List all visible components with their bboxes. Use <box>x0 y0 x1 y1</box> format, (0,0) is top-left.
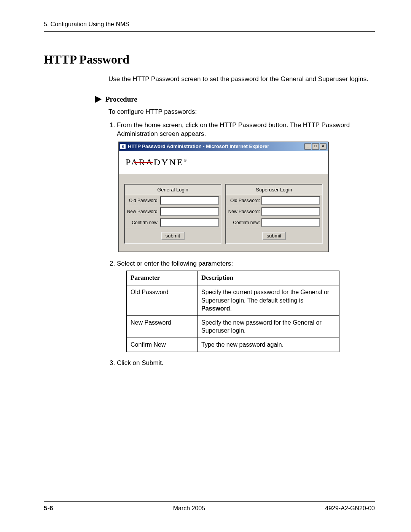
cell-param: Confirm New <box>127 338 198 352</box>
general-confirm-input[interactable] <box>160 218 219 227</box>
minimize-button[interactable]: _ <box>304 143 311 150</box>
footer-date: March 2005 <box>173 505 206 512</box>
general-submit-button[interactable]: submit <box>161 232 185 240</box>
table-row: Old Password Specify the current passwor… <box>127 285 339 316</box>
desc-bold: Password <box>201 305 230 312</box>
chapter-label: 5. Configuration Using the NMS <box>44 21 129 28</box>
parameter-table: Parameter Description Old Password Speci… <box>126 271 339 352</box>
superuser-confirm-input[interactable] <box>261 218 320 227</box>
step-2: Select or enter the following parameters… <box>117 260 373 352</box>
intro-text: Use the HTTP Password screen to set the … <box>108 75 373 84</box>
old-password-label: Old Password: <box>127 198 160 204</box>
cell-desc: Type the new password again. <box>198 338 339 352</box>
footer-page-number: 5-6 <box>44 505 53 512</box>
superuser-login-box: Superuser Login Old Password: New Passwo… <box>225 184 323 244</box>
cell-desc: Specify the new password for the General… <box>198 315 339 338</box>
page-footer: 5-6 March 2005 4929-A2-GN20-00 <box>44 501 375 512</box>
table-row: New Password Specify the new password fo… <box>127 315 339 338</box>
ie-app-icon: e <box>120 144 126 149</box>
confirm-new-label: Confirm new: <box>127 220 160 226</box>
procedure-arrow-icon <box>95 96 102 103</box>
th-description: Description <box>198 271 339 285</box>
superuser-login-header: Superuser Login <box>226 185 322 196</box>
ie-window: e HTTP Password Administration - Microso… <box>118 142 328 252</box>
su-confirm-new-label: Confirm new: <box>228 220 261 226</box>
th-parameter: Parameter <box>127 271 198 285</box>
procedure-heading: Procedure <box>105 95 137 104</box>
footer-doc-id: 4929-A2-GN20-00 <box>325 505 375 512</box>
maximize-button[interactable]: □ <box>312 143 319 150</box>
su-old-password-label: Old Password: <box>228 198 261 204</box>
general-login-header: General Login <box>125 185 221 196</box>
running-header: 5. Configuration Using the NMS <box>44 21 375 32</box>
logo-strike-icon <box>134 162 153 163</box>
cell-param: New Password <box>127 315 198 338</box>
paradyne-logo: PARADYNE® <box>126 156 188 168</box>
step-3-text: Click on Submit. <box>117 359 164 366</box>
general-new-password-input[interactable] <box>160 207 219 216</box>
step-3: Click on Submit. <box>117 359 373 368</box>
cell-param: Old Password <box>127 285 198 316</box>
desc-text: Specify the current password for the Gen… <box>201 289 329 304</box>
new-password-label: New Password: <box>127 209 160 215</box>
general-old-password-input[interactable] <box>160 196 219 205</box>
ie-titlebar: e HTTP Password Administration - Microso… <box>119 142 328 151</box>
registered-mark: ® <box>183 158 188 162</box>
step-1-text: From the home screen, click on the HTTP … <box>117 121 350 137</box>
table-row: Confirm New Type the new password again. <box>127 338 339 352</box>
superuser-new-password-input[interactable] <box>261 207 320 216</box>
step-intro: To configure HTTP passwords: <box>108 108 373 116</box>
ie-title: HTTP Password Administration - Microsoft… <box>128 143 302 150</box>
superuser-submit-button[interactable]: submit <box>262 232 286 240</box>
cell-desc: Specify the current password for the Gen… <box>198 285 339 316</box>
su-new-password-label: New Password: <box>228 209 261 215</box>
step-1: From the home screen, click on the HTTP … <box>117 121 373 252</box>
superuser-old-password-input[interactable] <box>261 196 320 205</box>
logo-bar: PARADYNE® <box>119 151 328 174</box>
page-title: HTTP Password <box>44 53 375 67</box>
general-login-box: General Login Old Password: New Password… <box>124 184 221 244</box>
desc-text-tail: . <box>230 305 232 312</box>
step-2-text: Select or enter the following parameters… <box>117 260 233 267</box>
close-button[interactable]: × <box>320 143 327 150</box>
